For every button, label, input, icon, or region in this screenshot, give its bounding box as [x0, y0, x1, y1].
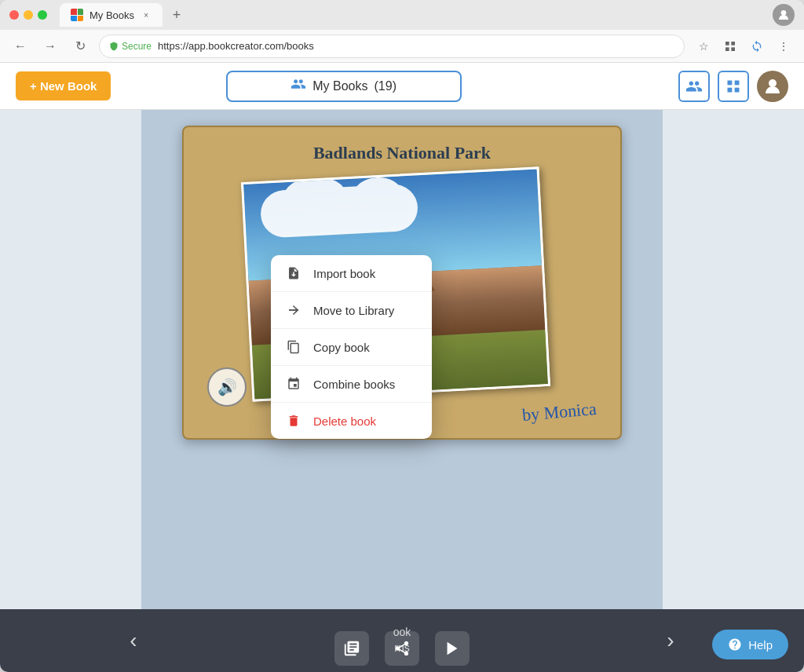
sound-button[interactable]: 🔊 [207, 367, 247, 407]
menu-import-label: Import book [313, 267, 375, 280]
menu-item-move[interactable]: Move to Library [271, 292, 432, 329]
bottom-icons [334, 631, 470, 666]
share-button[interactable] [385, 631, 419, 666]
header-actions [678, 71, 788, 102]
main-content: Badlands National Park 🔊 by Monica Impor… [0, 110, 804, 672]
svg-rect-8 [735, 87, 740, 92]
menu-move-label: Move to Library [313, 304, 394, 317]
svg-point-0 [781, 10, 787, 16]
library-button[interactable] [334, 631, 369, 666]
my-books-count: (19) [375, 79, 397, 93]
book-title: Badlands National Park [184, 127, 620, 171]
back-button[interactable]: ← [9, 35, 31, 57]
url-bar[interactable]: Secure https://app.bookcreator.com/books [99, 35, 685, 58]
copy-icon [285, 340, 302, 354]
menu-button[interactable]: ⋮ [773, 35, 795, 57]
address-bar: ← → ↻ Secure https://app.bookcreator.com… [0, 30, 804, 63]
svg-rect-6 [735, 80, 740, 85]
tab-close-button[interactable]: × [141, 9, 152, 20]
svg-rect-3 [725, 47, 729, 51]
sync-button[interactable] [746, 35, 768, 57]
next-book-button[interactable]: › [655, 625, 686, 656]
svg-rect-4 [731, 47, 735, 51]
svg-rect-2 [731, 42, 735, 46]
title-bar: My Books × + [0, 0, 804, 30]
menu-copy-label: Copy book [313, 341, 370, 354]
menu-item-combine[interactable]: Combine books [271, 366, 432, 403]
move-icon [285, 303, 302, 317]
new-book-label: + New Book [30, 79, 97, 93]
svg-rect-1 [725, 42, 729, 46]
help-label: Help [748, 638, 773, 652]
url-text: https://app.bookcreator.com/books [158, 40, 674, 52]
app-header: + New Book My Books (19) [0, 63, 804, 110]
svg-marker-11 [296, 308, 298, 312]
my-books-selector[interactable]: My Books (19) [226, 71, 462, 102]
fullscreen-button[interactable] [38, 10, 47, 20]
new-book-button[interactable]: + New Book [16, 71, 111, 100]
svg-point-9 [769, 79, 777, 87]
groups-button[interactable] [678, 71, 710, 102]
minimize-button[interactable] [24, 10, 33, 20]
address-actions: ☆ ⋮ [693, 35, 795, 57]
traffic-lights [9, 10, 47, 20]
svg-marker-12 [448, 642, 458, 656]
reload-button[interactable]: ↻ [69, 35, 91, 57]
book-signature: by Monica [521, 399, 598, 425]
secure-text: Secure [122, 41, 152, 52]
my-books-icon [291, 76, 306, 96]
forward-button[interactable]: → [39, 35, 61, 57]
new-tab-button[interactable]: + [166, 4, 188, 26]
grid-view-button[interactable] [718, 71, 749, 102]
close-button[interactable] [9, 10, 19, 20]
my-books-label: My Books [312, 79, 367, 93]
secure-badge: Secure [109, 41, 152, 52]
svg-rect-7 [728, 87, 733, 92]
import-icon [285, 266, 302, 280]
menu-combine-label: Combine books [313, 378, 395, 391]
combine-icon [285, 377, 302, 391]
tab-icon [71, 9, 83, 21]
bookcreator-icon [71, 9, 83, 21]
delete-icon [285, 414, 302, 428]
clouds [260, 183, 419, 238]
user-avatar[interactable] [757, 71, 788, 102]
prev-book-button[interactable]: ‹ [118, 625, 149, 656]
browser-frame: My Books × + ← → ↻ Secure https://app.bo… [0, 0, 804, 672]
help-button[interactable]: Help [712, 630, 788, 659]
play-button[interactable] [435, 631, 470, 666]
bottom-bar: ‹ ook rns › Help [0, 609, 804, 672]
profile-icon-top [773, 4, 795, 26]
menu-delete-label: Delete book [313, 415, 376, 428]
context-menu: Import book Move to Library Copy book Co… [271, 255, 432, 439]
tabs-bar: My Books × + [60, 3, 766, 27]
active-tab[interactable]: My Books × [60, 3, 163, 27]
bookmark-button[interactable]: ☆ [693, 35, 714, 57]
tab-title: My Books [90, 9, 134, 21]
menu-item-copy[interactable]: Copy book [271, 329, 432, 366]
menu-item-delete[interactable]: Delete book [271, 403, 432, 439]
svg-rect-5 [728, 80, 733, 85]
extensions-button[interactable] [719, 35, 741, 57]
menu-item-import[interactable]: Import book [271, 255, 432, 292]
